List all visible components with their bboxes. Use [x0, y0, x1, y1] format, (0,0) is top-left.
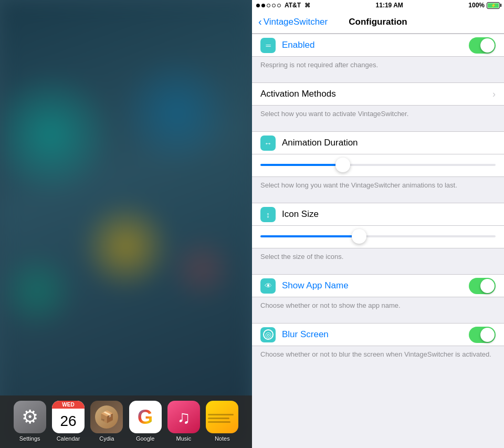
lightning-icon: ⚡: [491, 3, 496, 8]
music-app-icon[interactable]: [167, 401, 200, 433]
animation-slider-track[interactable]: [260, 164, 496, 166]
section-gap-3: [252, 193, 504, 203]
toggle-enabled-icon: ═: [260, 38, 276, 53]
enabled-toggle[interactable]: [469, 37, 496, 54]
signal-dot-4: [272, 4, 276, 7]
activation-methods-row[interactable]: Activation Methods ›: [252, 82, 504, 106]
blur-screen-toggle[interactable]: [469, 327, 496, 343]
animation-slider-row[interactable]: [252, 154, 504, 177]
icon-size-slider-track[interactable]: [260, 235, 496, 237]
calendar-app-icon[interactable]: WED 26: [52, 401, 85, 433]
page-title: Configuration: [349, 17, 407, 27]
animation-duration-row: ↔ Animation Duration: [252, 131, 504, 154]
cydia-box-icon: [95, 405, 118, 429]
homescreen-panel: Settings WED 26 Calendar Cydia G Google …: [0, 0, 252, 448]
background-blur: [0, 0, 252, 448]
animation-slider-fill: [260, 164, 343, 166]
chevron-left-icon: ‹: [258, 16, 262, 28]
icon-size-label: Icon Size: [282, 209, 496, 220]
enabled-row[interactable]: ═ Enabled: [252, 34, 504, 57]
signal-dot-1: [256, 4, 260, 7]
section-gap-4: [252, 265, 504, 274]
enabled-label: Enabled: [282, 40, 314, 50]
dock-item-music[interactable]: Music: [167, 401, 200, 442]
animation-group: ↔ Animation Duration Select how long you…: [252, 131, 504, 193]
blur-screen-group: ◎ Blur Screen Choose whether or not to b…: [252, 323, 504, 362]
blur-screen-icon: ◎: [260, 327, 276, 342]
dock-label-notes: Notes: [215, 435, 230, 442]
section-gap-5: [252, 314, 504, 323]
signal-dot-2: [261, 4, 265, 7]
status-right: 100% ⚡: [468, 2, 500, 9]
settings-app-icon[interactable]: [14, 401, 46, 433]
section-gap-1: [252, 73, 504, 82]
show-app-name-toggle-thumb: [480, 279, 495, 293]
status-time: 11:19 AM: [376, 2, 403, 9]
back-label[interactable]: VintageSwitcher: [264, 17, 328, 27]
dock-label-settings: Settings: [19, 435, 40, 442]
section-gap-2: [252, 122, 504, 131]
activation-subtitle: Select how you want to activate VintageS…: [252, 106, 504, 122]
show-app-name-icon: 👁: [260, 278, 276, 294]
animation-duration-icon: ↔: [260, 136, 276, 151]
icon-size-group: ↕ Icon Size Select the size of the icons…: [252, 203, 504, 265]
show-app-name-toggle[interactable]: [469, 278, 496, 294]
cydia-app-icon[interactable]: [90, 401, 123, 433]
activation-group: Activation Methods › Select how you want…: [252, 82, 504, 122]
animation-subtitle: Select how long you want the VintageSwit…: [252, 177, 504, 193]
enabled-subtitle: Respring is not required after changes.: [252, 57, 504, 73]
show-app-name-row[interactable]: 👁 Show App Name: [252, 274, 504, 297]
dock-item-settings[interactable]: Settings: [14, 401, 46, 442]
dock-item-google[interactable]: G Google: [129, 401, 162, 442]
blur-screen-row[interactable]: ◎ Blur Screen: [252, 323, 504, 346]
dock-label-google: Google: [136, 435, 154, 442]
notes-line-3: [208, 421, 230, 423]
dock-label-music: Music: [176, 435, 192, 442]
dock-item-cydia[interactable]: Cydia: [90, 401, 123, 442]
notes-line-2: [208, 418, 229, 419]
animation-duration-label: Animation Duration: [282, 138, 496, 148]
notes-app-icon[interactable]: [206, 401, 238, 433]
battery-percent: 100%: [468, 2, 485, 9]
calendar-month: WED: [52, 401, 85, 409]
show-app-name-group: 👁 Show App Name Choose whether or not to…: [252, 274, 504, 314]
toggle-thumb: [480, 38, 495, 53]
show-app-name-subtitle: Choose whether or not to show the app na…: [252, 297, 504, 314]
settings-panel: AT&T ⌘ 11:19 AM 100% ⚡ ‹ VintageSwitcher…: [252, 0, 504, 448]
dock-label-cydia: Cydia: [99, 435, 114, 442]
battery-box: ⚡: [487, 2, 500, 9]
signal-dot-5: [277, 4, 281, 7]
activation-methods-label: Activation Methods: [260, 89, 490, 99]
blur-screen-toggle-thumb: [480, 328, 495, 342]
notes-line-1: [208, 414, 234, 415]
chevron-right-icon: ›: [492, 89, 496, 100]
dock-item-calendar[interactable]: WED 26 Calendar: [52, 401, 85, 442]
carrier-label: AT&T: [285, 2, 301, 9]
show-app-name-label: Show App Name: [282, 280, 349, 291]
dock: Settings WED 26 Calendar Cydia G Google …: [0, 395, 252, 448]
icon-size-slider-row[interactable]: [252, 226, 504, 248]
blur-screen-label: Blur Screen: [282, 329, 329, 340]
enabled-group: ═ Enabled Respring is not required after…: [252, 34, 504, 73]
dock-item-notes[interactable]: Notes: [206, 401, 238, 442]
icon-size-row: ↕ Icon Size: [252, 203, 504, 226]
notes-lines: [208, 412, 236, 423]
signal-dot-3: [267, 4, 270, 7]
status-bar: AT&T ⌘ 11:19 AM 100% ⚡: [252, 0, 504, 11]
icon-size-slider-thumb[interactable]: [352, 229, 366, 244]
icon-size-slider-fill: [260, 235, 359, 237]
dock-label-calendar: Calendar: [57, 435, 80, 442]
battery-indicator: ⚡: [487, 2, 500, 9]
google-app-icon[interactable]: G: [129, 401, 162, 433]
calendar-day: 26: [52, 409, 85, 433]
google-g-letter: G: [138, 406, 153, 429]
settings-content: ═ Enabled Respring is not required after…: [252, 34, 504, 448]
icon-size-subtitle: Select the size of the icons.: [252, 248, 504, 265]
icon-size-icon: ↕: [260, 207, 276, 222]
blur-screen-subtitle: Choose whether or not to blur the screen…: [252, 346, 504, 362]
animation-slider-thumb[interactable]: [335, 158, 350, 172]
wifi-icon: ⌘: [304, 2, 310, 9]
back-button[interactable]: ‹ VintageSwitcher: [258, 16, 328, 28]
status-left: AT&T ⌘: [256, 2, 310, 9]
nav-bar: ‹ VintageSwitcher Configuration: [252, 11, 504, 34]
